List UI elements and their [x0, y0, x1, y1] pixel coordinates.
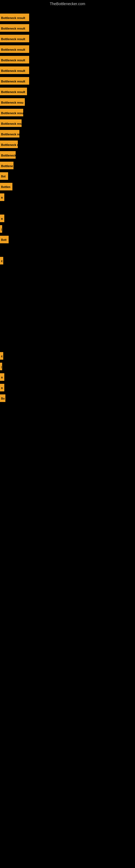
bar-row: E — [0, 257, 3, 265]
bar-row: B — [0, 384, 4, 392]
bottleneck-label: B — [0, 373, 4, 381]
bar-row: Bottleneck re — [0, 130, 19, 137]
bottleneck-label: E — [0, 257, 3, 265]
bottleneck-label: Bottleneck re — [0, 130, 19, 137]
bottleneck-label: Bottleneck result — [0, 66, 29, 74]
bar-row: Bottleneck result — [0, 88, 27, 95]
bottleneck-label: Bottleneck re — [0, 141, 18, 148]
bar-row: E — [0, 352, 3, 360]
bottleneck-label: Bot — [0, 172, 8, 180]
bottleneck-label: Bottleneck result — [0, 77, 29, 85]
bottleneck-label: E — [0, 352, 3, 360]
bar-row: | — [0, 363, 2, 370]
bottleneck-label: Bottleneck result — [0, 35, 29, 42]
bottleneck-label: Bottleneck resu — [0, 109, 23, 116]
site-title: TheBottlenecker.com — [0, 0, 135, 8]
bottleneck-label: Bottleneck res — [0, 119, 21, 127]
bottleneck-label: Bottleneck result — [0, 45, 29, 53]
bar-row: Bottlen — [0, 183, 12, 190]
bar-row: Bottleneck resu — [0, 98, 25, 106]
bar-row: Bottleneck resu — [0, 109, 23, 116]
bar-row: Bottleneck r — [0, 151, 16, 159]
bottleneck-label: Bottleneck resu — [0, 98, 25, 106]
bar-row: Bottlene — [0, 162, 13, 169]
bar-row: Bottleneck result — [0, 13, 29, 21]
bar-row: Bottleneck result — [0, 24, 29, 32]
bottleneck-label: Bottleneck r — [0, 151, 16, 159]
bottleneck-label: B — [0, 215, 4, 222]
bar-row: Bot — [0, 172, 8, 180]
bar-row: B — [0, 193, 4, 201]
bottleneck-label: | — [0, 225, 2, 233]
bottleneck-label: Bottleneck result — [0, 56, 29, 63]
bottleneck-label: Bott — [0, 236, 9, 243]
bottleneck-label: B — [0, 384, 4, 392]
bar-row: Bott — [0, 236, 9, 243]
bar-row: Bottleneck result — [0, 77, 29, 85]
bar-row: | — [0, 225, 2, 233]
bar-row: Bottleneck re — [0, 141, 18, 148]
bottleneck-label: Bottlen — [0, 183, 12, 190]
bar-row: Bottleneck result — [0, 66, 29, 74]
bar-row: Bottleneck result — [0, 35, 29, 42]
bottleneck-label: B — [0, 193, 4, 201]
bottleneck-label: Bottleneck result — [0, 88, 27, 95]
bar-row: Bottleneck res — [0, 119, 21, 127]
bar-row: B — [0, 215, 4, 222]
bottleneck-label: Bo — [0, 394, 5, 402]
bar-row: Bo — [0, 394, 5, 402]
bar-row: Bottleneck result — [0, 45, 29, 53]
bottleneck-label: | — [0, 363, 2, 370]
bottleneck-label: Bottlene — [0, 162, 13, 169]
bottleneck-label: Bottleneck result — [0, 24, 29, 32]
bottleneck-label: Bottleneck result — [0, 13, 29, 21]
bar-row: B — [0, 373, 4, 381]
bar-row: Bottleneck result — [0, 56, 29, 63]
